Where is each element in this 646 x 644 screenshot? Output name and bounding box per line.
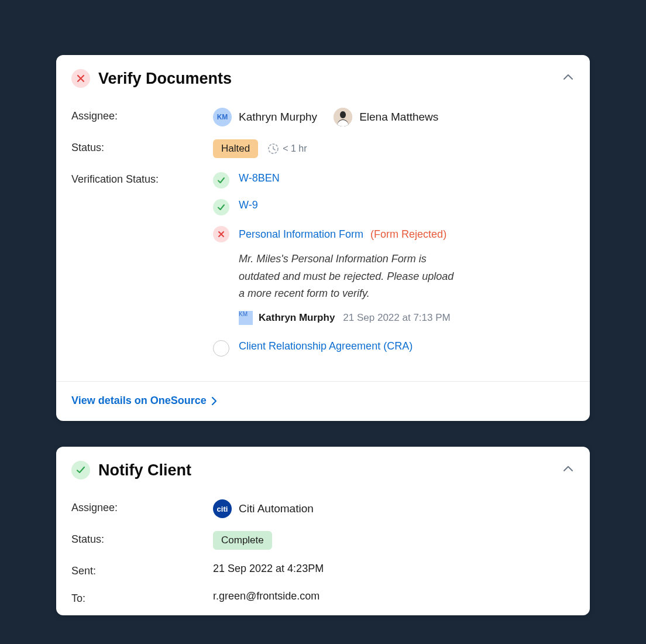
verification-link[interactable]: Client Relationship Agreement (CRA) [239,340,413,352]
rejected-label: (Form Rejected) [370,228,446,241]
to-value: r.green@frontside.com [213,590,575,602]
avatar: KM [239,311,253,325]
assignee-item[interactable]: Elena Matthews [334,108,438,126]
person-photo-icon [334,108,352,126]
chevron-right-icon [209,396,219,406]
assignee-item[interactable]: citi Citi Automation [213,499,314,518]
chevron-up-icon [562,71,575,84]
chevron-up-icon [562,463,575,475]
status-row: Status: Halted < 1 hr [71,139,575,158]
assignee-name: Kathryn Murphy [239,111,317,124]
assignee-row: Assignee: citi Citi Automation [71,499,575,518]
success-status-icon [71,461,90,479]
note-date: 21 Sep 2022 at 7:13 PM [343,312,450,324]
sent-row: Sent: 21 Sep 2022 at 4:23PM [71,563,575,577]
empty-status-icon [213,340,229,357]
status-value: Complete [213,531,575,550]
card-header: Notify Client [56,447,590,490]
time-text: < 1 hr [283,143,307,154]
assignee-value: citi Citi Automation [213,499,575,518]
avatar: KM [213,108,232,126]
assignee-label: Assignee: [71,108,213,122]
verification-link[interactable]: W-8BEN [239,172,280,184]
verify-documents-card: Verify Documents Assignee: KM Kathryn Mu… [56,55,590,421]
verification-link[interactable]: Personal Information Form [239,228,363,241]
check-icon [213,172,229,189]
avatar [334,108,352,126]
assignee-name: Citi Automation [239,502,314,515]
verification-value: W-8BEN W-9 Personal Informa [213,171,575,357]
status-badge: Complete [213,531,272,550]
verification-label: Verification Status: [71,171,213,186]
verification-item: W-8BEN [213,172,461,189]
status-label: Status: [71,139,213,154]
to-row: To: r.green@frontside.com [71,590,575,605]
rejection-note: Mr. Miles's Personal Information Form is… [239,251,461,303]
assignee-row: Assignee: KM Kathryn Murphy [71,108,575,126]
verification-item: Client Relationship Agreement (CRA) [213,340,461,357]
card-body: Assignee: KM Kathryn Murphy [56,98,590,367]
sent-text: 21 Sep 2022 at 4:23PM [213,563,324,575]
status-label: Status: [71,531,213,546]
clock-icon [267,143,279,155]
card-header: Verify Documents [56,55,590,98]
collapse-button[interactable] [562,463,575,478]
error-status-icon [71,69,90,88]
check-icon [75,465,86,475]
assignee-name: Elena Matthews [359,111,438,124]
to-text: r.green@frontside.com [213,590,319,602]
notify-client-card: Notify Client Assignee: citi Citi Automa… [56,447,590,615]
sent-value: 21 Sep 2022 at 4:23PM [213,563,575,575]
verification-link[interactable]: W-9 [239,199,258,211]
verification-row: Verification Status: W-8BEN W-9 [71,171,575,357]
card-footer: View details on OneSource [56,381,590,421]
view-details-link[interactable]: View details on OneSource [71,395,219,407]
check-icon [213,199,229,215]
status-value: Halted < 1 hr [213,139,575,158]
avatar: citi [213,499,232,518]
time-indicator: < 1 hr [267,143,307,155]
footer-link-text: View details on OneSource [71,395,207,407]
assignee-item[interactable]: KM Kathryn Murphy [213,108,317,126]
to-label: To: [71,590,213,605]
note-author-name: Kathryn Murphy [259,312,335,324]
card-body: Assignee: citi Citi Automation Status: C… [56,490,590,615]
verification-list: W-8BEN W-9 Personal Informa [213,172,461,357]
x-icon [213,226,229,242]
assignee-label: Assignee: [71,499,213,514]
collapse-button[interactable] [562,71,575,86]
verification-item: Personal Information Form (Form Rejected… [213,226,461,325]
note-author-row: KM Kathryn Murphy 21 Sep 2022 at 7:13 PM [239,311,461,325]
verification-item: W-9 [213,199,461,215]
status-row: Status: Complete [71,531,575,550]
sent-label: Sent: [71,563,213,577]
card-title: Notify Client [98,461,562,479]
x-icon [76,74,85,83]
card-title: Verify Documents [98,70,562,88]
status-badge: Halted [213,139,258,158]
assignee-value: KM Kathryn Murphy Elena Matthews [213,108,575,126]
